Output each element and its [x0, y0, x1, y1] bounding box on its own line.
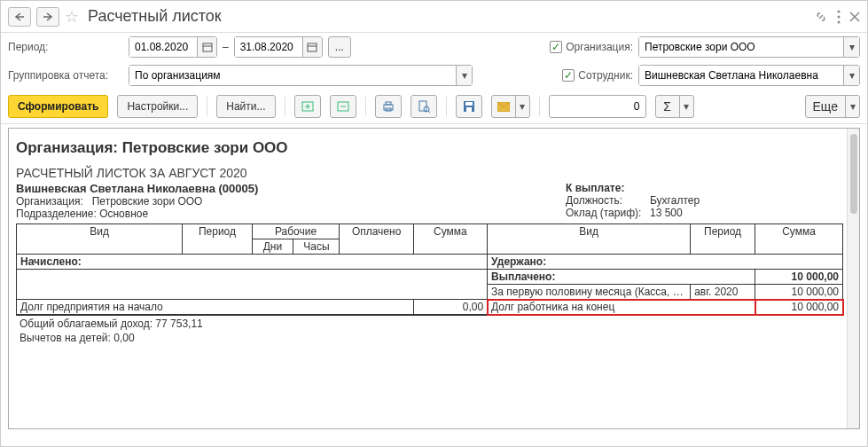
emp-combo[interactable]: ▾	[638, 65, 860, 86]
emp-checkbox[interactable]: ✓ Сотрудник:	[562, 69, 633, 82]
table-row: Выплачено: 10 000,00	[17, 270, 843, 285]
salary-label: Оклад (тариф):	[566, 207, 650, 219]
org-combo-input[interactable]	[639, 37, 843, 57]
svg-rect-14	[466, 107, 472, 112]
expand-icon	[301, 100, 314, 113]
org-heading: Организация: Петровские зори ООО	[16, 139, 843, 157]
separator	[365, 97, 366, 116]
print-button[interactable]	[375, 95, 402, 118]
grouping-input[interactable]	[129, 66, 456, 85]
period-label: Период:	[8, 41, 123, 53]
scrollbar-thumb[interactable]	[850, 134, 857, 214]
org-checkbox[interactable]: ✓ Организация:	[550, 41, 633, 53]
col-vid-r: Вид	[488, 224, 691, 255]
vyplacheno-sum: 10 000,00	[755, 270, 843, 285]
taxable-income: Общий облагаемый доход: 77 753,11	[16, 315, 843, 332]
nav-forward-button[interactable]	[36, 7, 59, 27]
collapse-icon	[337, 100, 349, 113]
org-check-label: Организация:	[566, 41, 633, 53]
debt-end-label: Долг работника на конец	[488, 300, 755, 315]
col-summa: Сумма	[413, 224, 487, 255]
date-from-field[interactable]	[129, 36, 217, 58]
page-title: Расчетный листок	[88, 7, 222, 26]
chevron-down-icon[interactable]: ▾	[843, 66, 859, 85]
col-dni: Дни	[252, 239, 293, 255]
date-to-input[interactable]	[235, 37, 302, 57]
debt-end-sum: 10 000,00	[755, 300, 843, 315]
svg-point-2	[838, 20, 841, 23]
settings-button[interactable]: Настройки...	[117, 95, 198, 118]
org-name: Петровские зори ООО	[92, 195, 203, 208]
grouping-label: Группировка отчета:	[8, 69, 123, 82]
calendar-icon[interactable]	[302, 37, 322, 57]
to-pay-label: К выплате:	[566, 182, 843, 194]
preview-button[interactable]	[411, 95, 437, 118]
arrow-right-icon	[43, 12, 53, 21]
date-dash: –	[223, 41, 229, 53]
nachisleno-label: Начислено:	[17, 255, 488, 270]
svg-point-0	[838, 10, 841, 12]
org-label: Организация:	[16, 195, 83, 208]
grouping-combo[interactable]: ▾	[129, 65, 473, 86]
period-picker-button[interactable]: ...	[328, 36, 351, 58]
payslip-table: Вид Период Рабочие Оплачено Сумма Вид Пе…	[16, 224, 843, 315]
check-icon: ✓	[562, 69, 575, 82]
date-from-input[interactable]	[129, 37, 197, 57]
svg-rect-4	[308, 43, 317, 51]
link-icon[interactable]	[814, 10, 828, 24]
col-rabochie: Рабочие	[252, 224, 340, 239]
favorite-star-icon[interactable]: ☆	[65, 7, 79, 27]
calendar-icon[interactable]	[197, 37, 216, 57]
nav-back-button[interactable]	[8, 7, 31, 27]
table-row: Долг предприятия на начало 0,00 Долг раб…	[17, 300, 843, 315]
page-magnify-icon	[418, 100, 430, 113]
emp-combo-input[interactable]	[639, 66, 843, 85]
svg-rect-8	[386, 102, 391, 105]
chevron-down-icon[interactable]: ▾	[845, 96, 859, 117]
salary-value: 13 500	[650, 207, 683, 219]
chevron-down-icon[interactable]: ▾	[515, 96, 529, 117]
chevron-down-icon[interactable]: ▾	[679, 96, 693, 117]
pay-sum: 10 000,00	[755, 285, 843, 300]
pay-period: авг. 2020	[691, 285, 755, 300]
col-vid: Вид	[17, 224, 183, 255]
position-label: Должность:	[566, 194, 650, 207]
separator	[207, 97, 207, 116]
col-period: Период	[183, 224, 252, 255]
uderzhano-label: Удержано:	[488, 255, 843, 270]
svg-point-1	[838, 15, 841, 18]
pay-desc: За первую половину месяца (Касса, вед. №…	[488, 285, 691, 300]
save-button[interactable]	[456, 95, 482, 118]
close-icon[interactable]	[849, 12, 860, 22]
mail-icon[interactable]	[492, 96, 515, 117]
chevron-down-icon[interactable]: ▾	[456, 66, 472, 85]
svg-rect-3	[203, 43, 212, 51]
chevron-down-icon[interactable]: ▾	[843, 37, 859, 57]
sum-dropdown[interactable]: Σ ▾	[655, 95, 694, 118]
table-row: Вид Период Рабочие Оплачено Сумма Вид Пе…	[17, 224, 843, 239]
report-area: Организация: Петровские зори ООО РАСЧЕТН…	[8, 128, 860, 429]
sigma-icon[interactable]: Σ	[656, 96, 679, 117]
check-icon: ✓	[550, 41, 562, 53]
child-deductions: Вычетов на детей: 0,00	[16, 332, 843, 344]
scrollbar[interactable]	[847, 129, 859, 428]
employee-name: Вишневская Светлана Николаевна (00005)	[16, 182, 566, 195]
collapse-group-button[interactable]	[330, 95, 356, 118]
date-to-field[interactable]	[234, 36, 323, 58]
col-summa-r: Сумма	[755, 224, 843, 255]
separator	[285, 97, 285, 116]
kebab-menu-icon[interactable]	[837, 10, 841, 24]
org-combo[interactable]: ▾	[638, 36, 860, 58]
expand-group-button[interactable]	[294, 95, 321, 118]
arrow-left-icon	[14, 12, 25, 21]
email-dropdown[interactable]: ▾	[491, 95, 530, 118]
number-field[interactable]	[549, 95, 646, 118]
emp-check-label: Сотрудник:	[578, 69, 633, 82]
generate-button[interactable]: Сформировать	[8, 95, 108, 118]
svg-rect-13	[465, 102, 473, 106]
dept-label: Подразделение:	[16, 208, 97, 220]
dept-name: Основное	[99, 208, 148, 220]
position-value: Бухгалтер	[650, 194, 700, 207]
find-button[interactable]: Найти...	[216, 95, 275, 118]
more-dropdown[interactable]: Еще ▾	[805, 95, 861, 118]
